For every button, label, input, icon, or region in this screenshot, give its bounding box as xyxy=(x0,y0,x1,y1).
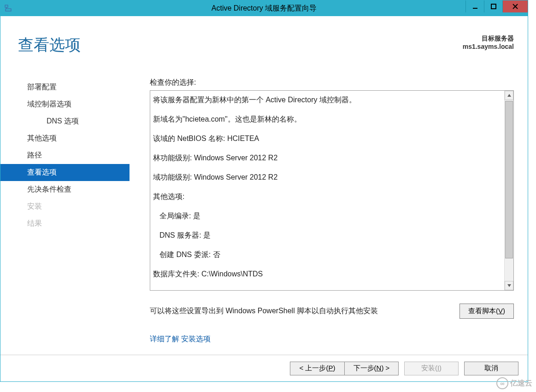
sidebar-item-7: 安装 xyxy=(0,198,130,215)
minimize-button[interactable] xyxy=(465,0,484,12)
watermark: ∞ 亿速云 xyxy=(496,377,532,389)
svg-line-5 xyxy=(513,4,518,9)
review-line-6: 全局编录: 是 xyxy=(153,211,500,222)
review-line-7: DNS 服务器: 是 xyxy=(153,230,500,241)
install-button[interactable]: 安装(I) xyxy=(404,362,459,375)
sidebar-item-2[interactable]: DNS 选项 xyxy=(0,113,130,130)
content-row: 部署配置域控制器选项DNS 选项其他选项路径查看选项先决条件检查安装结果 检查你… xyxy=(0,75,528,349)
scroll-thumb[interactable] xyxy=(505,101,513,258)
review-line-8: 创建 DNS 委派: 否 xyxy=(153,249,500,260)
review-box: 将该服务器配置为新林中的第一个 Active Directory 域控制器。新域… xyxy=(150,90,514,291)
learn-more-link[interactable]: 详细了解 xyxy=(150,335,179,343)
next-button[interactable]: 下一步(N) > xyxy=(344,362,399,375)
target-server-value: ms1.sayms.local xyxy=(463,43,514,50)
nav-button-group: < 上一步(P) 下一步(N) > xyxy=(290,362,399,375)
titlebar-buttons xyxy=(465,0,528,12)
review-label: 检查你的选择: xyxy=(150,78,514,88)
app-icon xyxy=(4,4,13,13)
close-button[interactable] xyxy=(502,0,528,12)
header-row: 查看选项 目标服务器 ms1.sayms.local xyxy=(0,16,528,60)
scroll-up-icon[interactable] xyxy=(505,91,513,100)
svg-rect-0 xyxy=(5,5,8,7)
review-line-1: 新域名为"hcietea.com"。这也是新林的名称。 xyxy=(153,114,500,125)
sidebar-item-6[interactable]: 先决条件检查 xyxy=(0,181,130,198)
learn-more-row: 详细了解 安装选项 xyxy=(150,334,514,344)
page-heading: 查看选项 xyxy=(18,35,81,56)
sidebar-item-5[interactable]: 查看选项 xyxy=(0,164,130,181)
review-line-9: 数据库文件夹: C:\Windows\NTDS xyxy=(153,269,500,280)
body-area: 查看选项 目标服务器 ms1.sayms.local 部署配置域控制器选项DNS… xyxy=(0,16,528,381)
main-pane: 检查你的选择: 将该服务器配置为新林中的第一个 Active Directory… xyxy=(130,75,528,349)
sidebar-item-4[interactable]: 路径 xyxy=(0,147,130,164)
review-line-5: 其他选项: xyxy=(153,191,500,202)
sidebar-nav: 部署配置域控制器选项DNS 选项其他选项路径查看选项先决条件检查安装结果 xyxy=(0,75,130,349)
sidebar-item-1[interactable]: 域控制器选项 xyxy=(0,96,130,113)
svg-marker-7 xyxy=(507,94,511,97)
review-content: 将该服务器配置为新林中的第一个 Active Directory 域控制器。新域… xyxy=(150,91,504,290)
sidebar-item-0[interactable]: 部署配置 xyxy=(0,79,130,96)
review-line-3: 林功能级别: Windows Server 2012 R2 xyxy=(153,152,500,164)
install-options-link[interactable]: 安装选项 xyxy=(181,335,211,343)
svg-marker-8 xyxy=(507,284,511,287)
window-title: Active Directory 域服务配置向导 xyxy=(0,4,528,13)
review-line-4: 域功能级别: Windows Server 2012 R2 xyxy=(153,172,500,183)
watermark-icon: ∞ xyxy=(496,377,508,389)
wizard-window: Active Directory 域服务配置向导 查看选项 目标服务器 ms1.… xyxy=(0,0,528,382)
watermark-text: 亿速云 xyxy=(510,379,532,388)
sidebar-item-3[interactable]: 其他选项 xyxy=(0,130,130,147)
view-script-button[interactable]: 查看脚本(V) xyxy=(459,304,514,319)
previous-button[interactable]: < 上一步(P) xyxy=(290,362,344,375)
svg-rect-1 xyxy=(6,9,11,11)
export-row: 可以将这些设置导出到 Windows PowerShell 脚本以自动执行其他安… xyxy=(150,304,514,319)
cancel-button[interactable]: 取消 xyxy=(464,362,518,375)
scrollbar[interactable] xyxy=(504,91,513,290)
review-line-0: 将该服务器配置为新林中的第一个 Active Directory 域控制器。 xyxy=(153,94,500,105)
footer: < 上一步(P) 下一步(N) > 安装(I) 取消 xyxy=(0,355,528,381)
target-server-label: 目标服务器 xyxy=(463,35,514,43)
svg-rect-3 xyxy=(473,8,477,9)
target-server-box: 目标服务器 ms1.sayms.local xyxy=(463,35,514,50)
svg-rect-4 xyxy=(491,4,496,9)
export-text: 可以将这些设置导出到 Windows PowerShell 脚本以自动执行其他安… xyxy=(150,306,378,316)
sidebar-item-8: 结果 xyxy=(0,215,130,232)
titlebar: Active Directory 域服务配置向导 xyxy=(0,0,528,16)
maximize-button[interactable] xyxy=(484,0,502,12)
svg-line-6 xyxy=(513,4,518,9)
review-line-2: 该域的 NetBIOS 名称: HCIETEA xyxy=(153,133,500,144)
scroll-down-icon[interactable] xyxy=(505,281,513,290)
